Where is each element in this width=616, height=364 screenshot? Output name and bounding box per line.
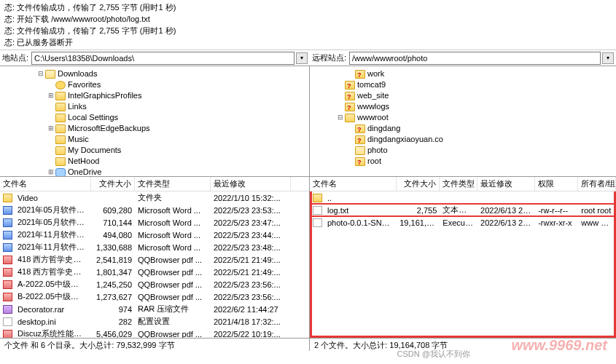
file-row[interactable]: photo-0.0.1-SNAPS...19,161,953Executabl.… [310, 216, 616, 229]
tree-node[interactable]: tomcat9 [310, 79, 616, 90]
file-modified: 2022/6/13 23... [477, 206, 535, 215]
tree-node[interactable]: ⊟Downloads [0, 68, 309, 79]
file-row[interactable]: Video文件夹2022/1/10 15:32:... [0, 191, 309, 204]
local-file-list[interactable]: 文件名 文件大小 文件类型 最近修改 Video文件夹2022/1/10 15:… [0, 177, 310, 338]
file-icon [313, 194, 322, 202]
tree-node[interactable]: ⊟wwwroot [310, 112, 616, 123]
local-list-header: 文件名 文件大小 文件类型 最近修改 [0, 177, 309, 191]
file-type: 配置设置 [135, 316, 211, 327]
file-modified: 2022/1/10 15:32:... [211, 194, 291, 202]
file-icon [313, 206, 322, 215]
col-name[interactable]: 文件名 [0, 177, 91, 191]
file-modified: 2022/5/23 23:48:... [211, 243, 291, 252]
file-type: 文件夹 [135, 192, 211, 203]
tree-node[interactable]: dingdang [310, 123, 616, 134]
file-icon [3, 305, 12, 314]
log-line: 态: 已从服务器断开 [4, 36, 612, 48]
expand-toggle[interactable]: ⊞ [47, 90, 55, 101]
tree-node[interactable]: ⊞MicrosoftEdgeBackups [0, 123, 309, 134]
tree-node[interactable]: web_site [310, 90, 616, 101]
file-row[interactable]: 418 西方哲学史下卷.pdf1,801,347QQBrowser pdf ..… [0, 266, 309, 278]
file-name: log.txt [324, 206, 351, 215]
folder-icon [55, 135, 66, 144]
log-line: 态: 文件传输成功，传输了 2,755 字节 (用时1 秒) [4, 25, 612, 36]
tree-node[interactable]: Music [0, 134, 309, 145]
col-permissions[interactable]: 权限 [535, 177, 578, 191]
file-icon [3, 268, 12, 277]
local-path-input[interactable] [31, 52, 295, 65]
expand-toggle[interactable]: ⊞ [47, 123, 55, 134]
col-modified[interactable]: 最近修改 [211, 177, 291, 191]
file-row[interactable]: 2021年11月软件设计师...494,080Microsoft Word ..… [0, 229, 309, 241]
col-size[interactable]: 文件大小 [91, 177, 135, 191]
file-name: desktop.ini [15, 317, 59, 326]
remote-site-bar: 远程站点: ▾ [310, 50, 616, 66]
file-type: 文本文档 [440, 205, 477, 215]
remote-file-list[interactable]: 文件名 文件大小 文件类型 最近修改 权限 所有者/组 ..log.txt2,7… [310, 177, 616, 338]
file-icon [3, 317, 12, 326]
tree-node[interactable]: wwwlogs [310, 101, 616, 112]
tree-label: Favorites [68, 79, 101, 90]
col-name[interactable]: 文件名 [310, 177, 397, 191]
file-type: RAR 压缩文件 [135, 304, 211, 314]
file-row[interactable]: desktop.ini282配置设置2021/4/18 17:32:... [0, 315, 309, 328]
file-row[interactable]: A-2022.05中级软件设计...1,245,250QQBrowser pdf… [0, 278, 309, 290]
file-row[interactable]: 418 西方哲学史上卷.pdf2,541,819QQBrowser pdf ..… [0, 253, 309, 266]
log-line: 态: 文件传输成功，传输了 2,755 字节 (用时1 秒) [4, 1, 612, 13]
file-size: 2,755 [397, 206, 440, 215]
remote-site-label: 远程站点: [312, 52, 346, 63]
file-icon [3, 218, 12, 227]
col-size[interactable]: 文件大小 [397, 177, 440, 191]
expand-toggle[interactable]: ⊟ [336, 112, 345, 123]
col-modified[interactable]: 最近修改 [477, 177, 535, 191]
folder-icon [55, 103, 66, 111]
file-modified: 2021/4/18 17:32:... [211, 317, 291, 326]
tree-label: Downloads [58, 68, 97, 79]
file-row[interactable]: 2021年11月软件设计师...1,330,688Microsoft Word … [0, 241, 309, 253]
file-icon [3, 206, 12, 215]
tree-node[interactable]: work [310, 68, 616, 79]
local-path-dropdown[interactable]: ▾ [296, 52, 308, 64]
tree-node[interactable]: Local Settings [0, 112, 309, 123]
expand-toggle[interactable]: ⊞ [47, 167, 55, 177]
file-size: 2,541,819 [91, 256, 135, 264]
file-modified: 2022/5/23 23:53:... [211, 206, 291, 215]
tree-node[interactable]: dingdangxiaoyuan.co [310, 134, 616, 145]
tree-node[interactable]: My Documents [0, 145, 309, 156]
folder-icon [55, 92, 66, 100]
remote-tree[interactable]: worktomcat9web_sitewwwlogs⊟wwwrootdingda… [310, 66, 616, 177]
col-type[interactable]: 文件类型 [440, 177, 477, 191]
tree-node[interactable]: Links [0, 101, 309, 112]
local-tree[interactable]: ⊟DownloadsFavorites⊞IntelGraphicsProfile… [0, 66, 310, 177]
file-row[interactable]: Discuz系统性能测试计划...5,456,029QQBrowser pdf … [0, 328, 309, 338]
tree-node[interactable]: ⊞OneDrive [0, 167, 309, 177]
file-row[interactable]: .. [310, 191, 616, 204]
folder-icon [355, 157, 365, 166]
remote-path-input[interactable] [349, 52, 601, 65]
log-line: 态: 开始下载 /www/wwwroot/photo/log.txt [4, 13, 612, 25]
file-icon [313, 218, 322, 227]
file-permissions: -rwxr-xr-x [535, 218, 578, 227]
tree-node[interactable]: root [310, 156, 616, 167]
file-row[interactable]: 2021年05月软件设计师...609,280Microsoft Word ..… [0, 204, 309, 216]
file-size: 494,080 [91, 231, 135, 240]
file-type: Microsoft Word ... [135, 218, 211, 227]
file-name: .. [324, 194, 335, 202]
file-icon [3, 280, 12, 289]
tree-label: My Documents [68, 145, 121, 156]
tree-node[interactable]: Favorites [0, 79, 309, 90]
remote-path-dropdown[interactable]: ▾ [602, 52, 614, 64]
tree-node[interactable]: photo [310, 145, 616, 156]
file-row[interactable]: Decorator.rar974RAR 压缩文件2022/6/2 11:44:2… [0, 303, 309, 315]
file-size: 1,801,347 [91, 268, 135, 277]
tree-node[interactable]: NetHood [0, 156, 309, 167]
file-row[interactable]: B-2022.05中级软件设计...1,273,627QQBrowser pdf… [0, 290, 309, 303]
col-owner[interactable]: 所有者/组 [578, 177, 616, 191]
expand-toggle[interactable]: ⊟ [36, 68, 45, 79]
file-row[interactable]: log.txt2,755文本文档2022/6/13 23...-rw-r--r-… [310, 204, 616, 216]
file-row[interactable]: 2021年05月软件设计师...710,144Microsoft Word ..… [0, 216, 309, 229]
file-icon [3, 243, 12, 252]
col-type[interactable]: 文件类型 [135, 177, 211, 191]
file-size: 974 [91, 305, 135, 314]
tree-node[interactable]: ⊞IntelGraphicsProfiles [0, 90, 309, 101]
